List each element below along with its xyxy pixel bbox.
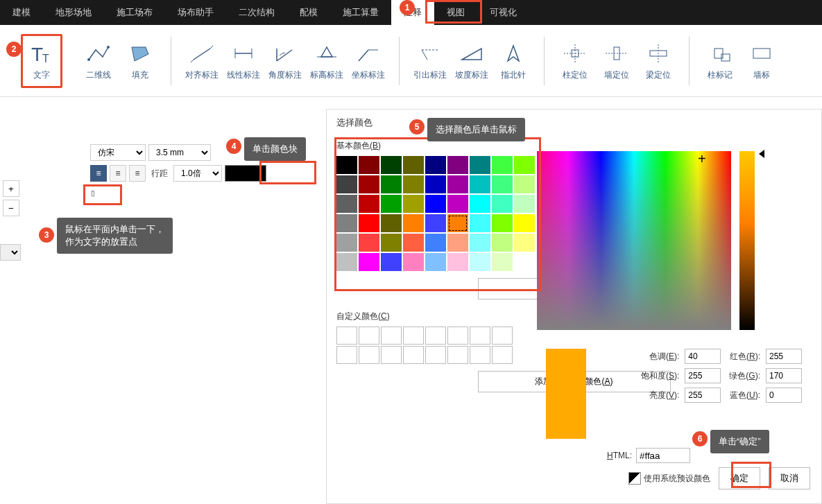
custom-swatch[interactable] <box>336 346 357 364</box>
basic-color-swatch[interactable] <box>492 156 513 174</box>
linear-dim-button[interactable]: 线性标注 <box>223 34 264 88</box>
basic-color-swatch[interactable] <box>447 214 468 232</box>
basic-color-swatch[interactable] <box>447 195 468 213</box>
custom-swatch[interactable] <box>359 346 379 364</box>
align-left-button[interactable]: ≡ <box>90 165 107 182</box>
custom-swatch[interactable] <box>470 346 490 364</box>
basic-color-swatch[interactable] <box>359 214 379 232</box>
basic-color-swatch[interactable] <box>403 253 424 271</box>
basic-color-swatch[interactable] <box>470 253 490 271</box>
tab-calc[interactable]: 施工算量 <box>330 0 391 25</box>
basic-color-swatch[interactable] <box>514 195 535 213</box>
text-tool-button[interactable]: TT 文字 <box>21 34 62 88</box>
basic-color-swatch[interactable] <box>336 253 357 271</box>
ok-button[interactable]: 确定 <box>719 467 760 489</box>
basic-color-swatch[interactable] <box>470 156 490 174</box>
angle-dim-button[interactable]: 角度标注 <box>264 34 306 88</box>
basic-color-swatch[interactable] <box>492 234 513 252</box>
custom-swatch[interactable] <box>447 346 468 364</box>
basic-color-swatch[interactable] <box>336 156 357 174</box>
font-size-select[interactable]: 3.5 mm <box>148 144 211 161</box>
tab-visualize[interactable]: 可视化 <box>477 0 529 25</box>
custom-swatch[interactable] <box>492 346 513 364</box>
basic-color-swatch[interactable] <box>425 195 446 213</box>
cancel-button[interactable]: 取消 <box>769 467 810 489</box>
basic-color-swatch[interactable] <box>403 156 424 174</box>
basic-color-swatch[interactable] <box>447 175 468 193</box>
basic-color-swatch[interactable] <box>359 175 379 193</box>
elev-dim-button[interactable]: 标高标注 <box>306 34 348 88</box>
basic-color-swatch[interactable] <box>403 175 424 193</box>
fill-button[interactable]: 填充 <box>119 34 161 88</box>
custom-swatch[interactable] <box>381 327 402 345</box>
hue-input[interactable] <box>685 349 721 364</box>
basic-color-swatch[interactable] <box>514 175 535 193</box>
basic-color-swatch[interactable] <box>359 253 379 271</box>
align-right-button[interactable]: ≡ <box>129 165 146 182</box>
custom-swatch[interactable] <box>492 327 513 345</box>
col-mark-button[interactable]: 柱标记 <box>699 34 741 88</box>
leader-button[interactable]: 引出标注 <box>409 34 451 88</box>
html-color-input[interactable] <box>636 448 690 463</box>
tab-view[interactable]: 视图 <box>434 0 477 25</box>
side-dropdown[interactable] <box>0 244 21 261</box>
beam-loc-button[interactable]: 梁定位 <box>637 34 679 88</box>
basic-color-swatch[interactable] <box>336 214 357 232</box>
tab-terrain[interactable]: 地形场地 <box>43 0 104 25</box>
basic-color-swatch[interactable] <box>381 253 402 271</box>
custom-swatch[interactable] <box>403 346 424 364</box>
basic-color-swatch[interactable] <box>359 234 379 252</box>
basic-color-swatch[interactable] <box>381 175 402 193</box>
tab-formwork[interactable]: 配模 <box>287 0 330 25</box>
basic-color-swatch[interactable] <box>403 195 424 213</box>
north-button[interactable]: 指北针 <box>493 34 534 88</box>
tab-secondary[interactable]: 二次结构 <box>226 0 287 25</box>
basic-color-swatch[interactable] <box>425 156 446 174</box>
basic-color-swatch[interactable] <box>336 195 357 213</box>
basic-color-swatch[interactable] <box>492 253 513 271</box>
custom-swatch[interactable] <box>425 327 446 345</box>
custom-swatch[interactable] <box>470 327 490 345</box>
basic-color-swatch[interactable] <box>381 214 402 232</box>
text-color-swatch[interactable] <box>225 165 266 182</box>
basic-color-swatch[interactable] <box>403 234 424 252</box>
use-system-preset-button[interactable]: 使用系统预设颜色 <box>628 472 710 485</box>
wall-mark-button[interactable]: 墙标 <box>741 34 782 88</box>
polyline-button[interactable]: 二维线 <box>78 34 119 88</box>
basic-color-swatch[interactable] <box>447 234 468 252</box>
tab-modeling[interactable]: 建模 <box>0 0 43 25</box>
slider-handle-icon[interactable] <box>759 150 764 158</box>
basic-color-swatch[interactable] <box>447 156 468 174</box>
tab-sitelayout[interactable]: 施工场布 <box>104 0 165 25</box>
tab-helper[interactable]: 场布助手 <box>165 0 226 25</box>
basic-color-swatch[interactable] <box>381 234 402 252</box>
wall-loc-button[interactable]: 墙定位 <box>596 34 637 88</box>
val-input[interactable] <box>685 388 721 403</box>
col-loc-button[interactable]: 柱定位 <box>554 34 596 88</box>
basic-color-swatch[interactable] <box>425 253 446 271</box>
basic-color-swatch[interactable] <box>514 156 535 174</box>
basic-color-swatch[interactable] <box>425 214 446 232</box>
font-select[interactable]: 仿宋 <box>90 144 146 161</box>
basic-color-swatch[interactable] <box>447 253 468 271</box>
basic-color-swatch[interactable] <box>381 195 402 213</box>
basic-color-swatch[interactable] <box>492 175 513 193</box>
custom-swatch[interactable] <box>447 327 468 345</box>
basic-color-swatch[interactable] <box>470 234 490 252</box>
basic-color-swatch[interactable] <box>425 175 446 193</box>
zoom-in-button[interactable]: + <box>3 180 19 197</box>
luminance-slider[interactable] <box>739 151 755 330</box>
basic-color-swatch[interactable] <box>470 195 490 213</box>
basic-color-swatch[interactable] <box>470 175 490 193</box>
basic-color-swatch[interactable] <box>492 214 513 232</box>
align-dim-button[interactable]: 对齐标注 <box>181 34 223 88</box>
coord-dim-button[interactable]: 坐标标注 <box>348 34 389 88</box>
custom-swatch[interactable] <box>359 327 379 345</box>
blue-input[interactable] <box>766 388 802 403</box>
zoom-out-button[interactable]: − <box>3 200 19 216</box>
green-input[interactable] <box>766 368 802 383</box>
basic-color-swatch[interactable] <box>359 195 379 213</box>
basic-color-swatch[interactable] <box>336 175 357 193</box>
basic-color-swatch[interactable] <box>514 234 535 252</box>
basic-color-swatch[interactable] <box>403 214 424 232</box>
